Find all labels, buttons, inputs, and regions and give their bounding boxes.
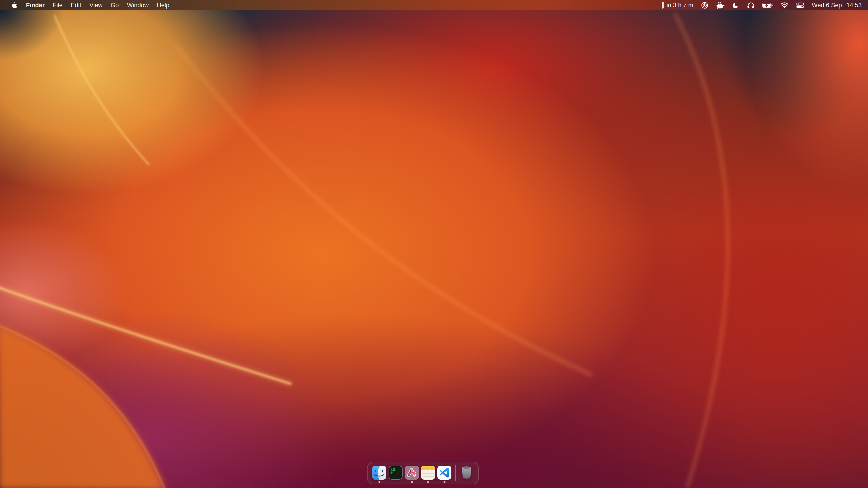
menu-bar-clock[interactable]: Wed 6 Sep 14:53 [808,2,863,9]
menu-item-file[interactable]: File [49,2,67,9]
control-center-icon [796,2,804,8]
dock: $ [367,462,479,484]
status-focus-mode[interactable] [728,2,743,9]
headphones-icon [747,2,754,9]
menu-bar-left: Finder File Edit View Go Window Help [0,2,174,9]
dock-item-arc[interactable] [404,462,420,484]
notes-icon [421,466,435,480]
dock-item-notes[interactable] [420,462,436,484]
menu-item-edit[interactable]: Edit [67,2,86,9]
status-control-center[interactable] [792,2,808,8]
running-indicator [411,481,413,483]
menu-item-view[interactable]: View [86,2,107,9]
status-headphones[interactable] [743,2,758,9]
running-indicator [378,481,380,483]
timer-label: in 3 h 7 m [666,2,693,9]
menu-item-window[interactable]: Window [123,2,153,9]
status-1password[interactable] [697,2,712,9]
menu-item-help[interactable]: Help [153,2,174,9]
apple-menu[interactable] [8,2,20,8]
wallpaper-petal-highlights [0,0,868,488]
dock-item-finder[interactable] [371,462,388,484]
menu-item-app-finder[interactable]: Finder [22,2,49,9]
1password-icon [701,2,708,9]
arc-browser-icon [405,466,419,480]
menu-bar: Finder File Edit View Go Window Help in … [0,0,868,10]
clock-date: Wed 6 Sep [812,2,842,9]
clock-time: 14:53 [846,2,862,9]
running-indicator [443,481,445,483]
dock-item-trash[interactable] [458,462,475,484]
menu-bar-status-area: in 3 h 7 m [658,2,868,9]
wifi-icon [780,2,788,8]
dock-separator [455,465,456,481]
svg-text:$: $ [391,468,393,472]
dock-item-terminal[interactable]: $ [388,462,404,484]
status-timer[interactable]: in 3 h 7 m [658,2,698,9]
focus-moon-icon [733,2,739,9]
desktop: Finder File Edit View Go Window Help in … [0,0,868,488]
running-indicator [427,481,429,483]
vscode-icon [437,466,452,480]
terminal-icon: $ [389,466,403,480]
battery-charging-icon [762,2,773,8]
timer-pill-icon [662,2,664,8]
dock-item-vscode[interactable] [436,462,453,484]
finder-icon [372,466,386,480]
desktop-wallpaper [0,0,868,488]
apple-icon [11,2,17,8]
docker-icon [716,2,725,9]
trash-icon [460,466,473,480]
status-battery[interactable] [758,2,777,8]
status-docker[interactable] [712,2,728,9]
status-wifi[interactable] [777,2,792,8]
menu-item-go[interactable]: Go [107,2,123,9]
